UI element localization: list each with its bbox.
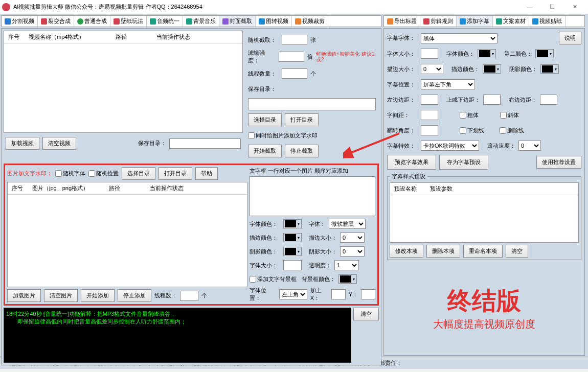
export-icon xyxy=(387,18,393,25)
stroke-color-picker[interactable]: ▾ xyxy=(283,233,302,242)
sub-stroke-color-picker[interactable]: ▾ xyxy=(483,64,501,74)
tab-fission[interactable]: 裂变合成 xyxy=(38,16,74,27)
img-select-dir-button[interactable]: 选择目录 xyxy=(122,167,155,180)
cover-settings: 随机截取：张 滤镜强度：倍鲜艳滤镜+智能美化 建议1或2 线程数量：个 保存目录… xyxy=(245,31,379,161)
play-icon xyxy=(77,18,83,25)
clear-image-button[interactable]: 清空图片 xyxy=(44,289,78,302)
img-open-dir-button[interactable]: 打开目录 xyxy=(159,167,192,180)
underline-checkbox[interactable] xyxy=(460,127,466,134)
cover-threads-input[interactable] xyxy=(282,68,307,79)
modify-preset-button[interactable]: 修改本项 xyxy=(390,245,423,258)
filter-tip: 鲜艳滤镜+智能美化 建议1或2 xyxy=(316,51,376,62)
textbox-title: 文字框 一行对应一个图片 顺序对应添加 xyxy=(250,167,375,175)
tab-bgm[interactable]: 背景音乐 xyxy=(183,16,219,27)
sub-right-input[interactable] xyxy=(540,95,557,105)
clear-preset-button[interactable]: 清空 xyxy=(506,245,528,258)
window-title: AI视频批量剪辑大师 微信公众号：唐易视频批量剪辑 作者QQ：264246895… xyxy=(13,3,518,11)
text-lines-textarea[interactable] xyxy=(250,176,375,216)
filter-strength-input[interactable] xyxy=(279,52,304,62)
random-font-checkbox[interactable] xyxy=(55,170,62,177)
add-bg-checkbox[interactable] xyxy=(250,276,256,283)
tab-img2vid[interactable]: 图转视频 xyxy=(256,16,292,27)
strike-checkbox[interactable] xyxy=(500,127,506,134)
open-dir-button[interactable]: 打开目录 xyxy=(285,113,319,126)
shadow-color-picker[interactable]: ▾ xyxy=(283,247,302,256)
font-size-input[interactable] xyxy=(283,260,302,270)
bold-checkbox[interactable] xyxy=(460,112,466,119)
sub-stroke-select[interactable]: 0 xyxy=(421,64,443,74)
sub-shadow-color-picker[interactable]: ▾ xyxy=(540,64,559,74)
tab-copywriting[interactable]: 文案素材 xyxy=(493,16,529,27)
sub-spacing-input[interactable] xyxy=(421,110,438,120)
opacity-select[interactable]: 1 xyxy=(334,260,359,270)
explain-button[interactable]: 说明 xyxy=(559,32,581,44)
help-button[interactable]: 帮助 xyxy=(195,167,218,180)
delete-preset-button[interactable]: 删除本项 xyxy=(426,245,460,258)
sub-rotate-input[interactable] xyxy=(421,125,438,135)
load-image-button[interactable]: 加载图片 xyxy=(7,289,41,302)
start-add-button[interactable]: 开始添加 xyxy=(81,289,115,302)
tab-export-title[interactable]: 导出标题 xyxy=(384,16,420,27)
font-select[interactable]: 微软雅黑 xyxy=(329,219,366,229)
close-button[interactable]: ✕ xyxy=(563,0,586,14)
wallpaper-icon xyxy=(114,18,120,25)
sub-font-select[interactable]: 黑体 xyxy=(421,33,497,43)
sub-size-input[interactable] xyxy=(421,49,438,59)
font-color-picker[interactable]: ▾ xyxy=(283,219,302,228)
save-preset-button[interactable]: 存为字幕预设 xyxy=(439,155,488,170)
crop-icon xyxy=(295,18,301,25)
audio-icon xyxy=(150,18,156,25)
tab-wallpaper[interactable]: 壁纸玩法 xyxy=(110,16,147,27)
left-tabs: 分割视频 裂变合成 普通合成 壁纸玩法 音频统一 背景音乐 封面截取 图转视频 … xyxy=(1,15,381,27)
cover-savedir-input[interactable] xyxy=(248,98,376,110)
use-rec-button[interactable]: 使用推荐设置 xyxy=(536,156,581,169)
random-count-input[interactable] xyxy=(282,35,307,45)
clear-log-button[interactable]: 清空 xyxy=(353,308,379,320)
tab-audio[interactable]: 音频统一 xyxy=(147,16,183,27)
video-list-header: 序号 视频名称（mp4格式） 路径 当前操作状态 xyxy=(4,31,242,43)
sub-speed-select[interactable]: 0 xyxy=(518,141,541,151)
tab-normal[interactable]: 普通合成 xyxy=(74,16,110,27)
add-x-input[interactable] xyxy=(331,289,346,299)
start-capture-button[interactable]: 开始截取 xyxy=(248,145,282,157)
minimize-button[interactable]: — xyxy=(518,0,541,14)
save-dir-input[interactable] xyxy=(169,138,241,149)
watermark-checkbox[interactable] xyxy=(248,132,255,139)
tab-add-subtitle[interactable]: 添加字幕 xyxy=(457,16,493,27)
font-pos-select[interactable]: 左上角 xyxy=(279,289,307,299)
sub-pos-select[interactable]: 屏幕左下角 xyxy=(421,79,475,89)
video-list[interactable]: 序号 视频名称（mp4格式） 路径 当前操作状态 xyxy=(4,31,243,133)
add-y-input[interactable] xyxy=(361,289,375,299)
rename-preset-button[interactable]: 重命名本项 xyxy=(463,245,503,258)
tab-edit-rules[interactable]: 剪辑规则 xyxy=(420,16,457,27)
shadow-size-select[interactable]: 0 xyxy=(340,246,365,257)
img-threads-input[interactable] xyxy=(180,291,198,301)
clear-video-button[interactable]: 清空视频 xyxy=(42,137,76,150)
preview-sub-button[interactable]: 预览字幕效果 xyxy=(387,155,436,170)
sub-top-input[interactable] xyxy=(483,95,501,105)
preset-list[interactable]: 预设名称 预设参数 xyxy=(390,182,579,243)
tab-cover[interactable]: 封面截取 xyxy=(219,16,256,27)
italic-checkbox[interactable] xyxy=(500,112,507,119)
subtitle-panel: 字幕字体：黑体说明 字体大小：字体颜色：▾第二颜色：▾ 描边大小：0描边颜色：▾… xyxy=(383,28,585,356)
load-video-button[interactable]: 加载视频 xyxy=(6,137,39,150)
stroke-size-select[interactable]: 0 xyxy=(340,232,365,243)
sub-color-picker[interactable]: ▾ xyxy=(478,49,496,58)
brand-area: 终结版 大幅度提高视频原创度 xyxy=(387,263,581,352)
stop-add-button[interactable]: 停止添加 xyxy=(118,289,151,302)
tab-sticker[interactable]: 视频贴纸 xyxy=(529,16,566,27)
select-dir-button[interactable]: 选择目录 xyxy=(248,113,282,126)
sub-left-input[interactable] xyxy=(421,95,438,105)
stop-capture-button[interactable]: 停止截取 xyxy=(285,145,319,157)
sticker-icon xyxy=(532,18,538,25)
sub-effect-select[interactable]: 卡拉OK歌词特效 xyxy=(421,141,479,151)
image-list[interactable]: 序号 图片（jpg、png格式） 路径 当前操作状态 xyxy=(7,182,247,287)
bg-color-picker[interactable]: ▾ xyxy=(338,274,357,284)
sub-color2-picker[interactable]: ▾ xyxy=(535,49,554,58)
maximize-button[interactable]: ☐ xyxy=(541,0,563,14)
titlebar: AI视频批量剪辑大师 微信公众号：唐易视频批量剪辑 作者QQ：264246895… xyxy=(0,0,588,14)
tab-split[interactable]: 分割视频 xyxy=(2,16,38,27)
cover-icon xyxy=(222,18,229,25)
random-pos-checkbox[interactable] xyxy=(88,170,95,177)
tab-crop[interactable]: 视频裁剪 xyxy=(292,16,328,27)
